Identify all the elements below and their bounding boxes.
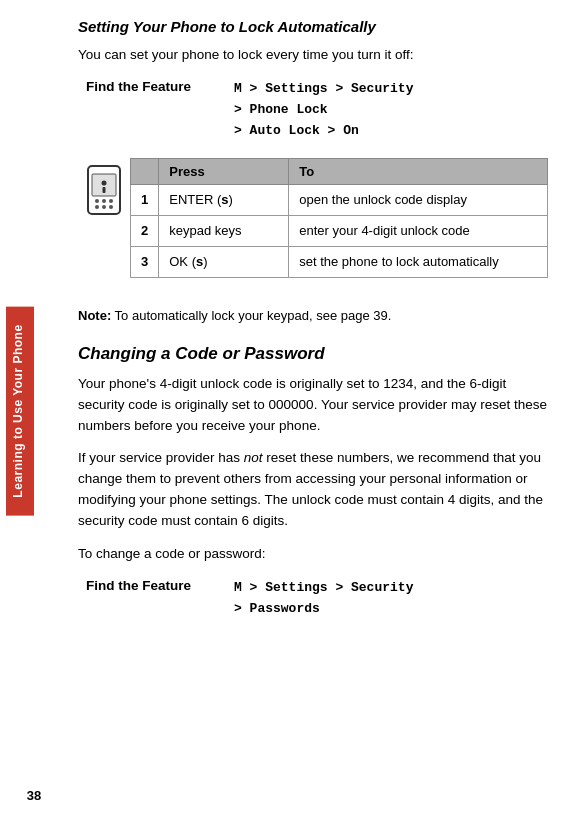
- feature-row-2: Find the Feature M > Settings > Security…: [86, 578, 548, 620]
- step-to-2: enter your 4-digit unlock code: [289, 215, 548, 246]
- step-press-3: OK (s): [159, 247, 289, 278]
- page-number: 38: [27, 788, 41, 803]
- steps-table: Press To 1 ENTER (s) open the unlock cod…: [130, 158, 548, 279]
- table-row: 2 keypad keys enter your 4-digit unlock …: [131, 215, 548, 246]
- feature-path-2: M > Settings > Security > Passwords: [234, 578, 413, 620]
- feature-label-2: Find the Feature: [86, 578, 234, 593]
- step-num-3: 3: [131, 247, 159, 278]
- icon-col: [78, 158, 130, 216]
- feature-path2-line1: M > Settings > Security: [234, 580, 413, 595]
- note-content: To automatically lock your keypad, see p…: [115, 308, 392, 323]
- sidebar-label: Learning to Use Your Phone: [6, 306, 34, 515]
- svg-point-3: [102, 199, 106, 203]
- section2-para2: If your service provider has not reset t…: [78, 448, 548, 532]
- main-content: Setting Your Phone to Lock Automatically…: [68, 0, 570, 821]
- col-num-header: [131, 158, 159, 184]
- step-to-3: set the phone to lock automatically: [289, 247, 548, 278]
- svg-point-5: [95, 205, 99, 209]
- col-press-header: Press: [159, 158, 289, 184]
- step-to-1: open the unlock code display: [289, 184, 548, 215]
- feature-path-line1: M > Settings > Security: [234, 81, 413, 96]
- svg-point-2: [95, 199, 99, 203]
- italic-not: not: [244, 450, 263, 465]
- table-row: 3 OK (s) set the phone to lock automatic…: [131, 247, 548, 278]
- svg-rect-9: [103, 187, 106, 193]
- section1-title: Setting Your Phone to Lock Automatically: [78, 18, 548, 35]
- section1-intro: You can set your phone to lock every tim…: [78, 45, 548, 65]
- svg-point-7: [109, 205, 113, 209]
- to-change-text: To change a code or password:: [78, 544, 548, 564]
- svg-point-6: [102, 205, 106, 209]
- feature-row-1: Find the Feature M > Settings > Security…: [86, 79, 548, 141]
- note-bold: Note:: [78, 308, 111, 323]
- step-press-2: keypad keys: [159, 215, 289, 246]
- step-num-2: 2: [131, 215, 159, 246]
- page-container: Learning to Use Your Phone 38 Setting Yo…: [0, 0, 570, 821]
- feature-path-line3: > Auto Lock > On: [234, 123, 359, 138]
- note-text: Note: To automatically lock your keypad,…: [78, 306, 548, 326]
- feature-path-1: M > Settings > Security > Phone Lock > A…: [234, 79, 413, 141]
- feature-path-line2: > Phone Lock: [234, 102, 328, 117]
- svg-point-4: [109, 199, 113, 203]
- section2-title: Changing a Code or Password: [78, 344, 548, 364]
- table-with-icon: Press To 1 ENTER (s) open the unlock cod…: [78, 158, 548, 295]
- phone-icon: [83, 164, 125, 216]
- svg-point-8: [102, 180, 107, 185]
- step-num-1: 1: [131, 184, 159, 215]
- table-col: Press To 1 ENTER (s) open the unlock cod…: [130, 158, 548, 295]
- feature-label-1: Find the Feature: [86, 79, 234, 94]
- sidebar: Learning to Use Your Phone 38: [0, 0, 68, 821]
- section2-para1: Your phone's 4-digit unlock code is orig…: [78, 374, 548, 437]
- col-to-header: To: [289, 158, 548, 184]
- step-press-1: ENTER (s): [159, 184, 289, 215]
- table-row: 1 ENTER (s) open the unlock code display: [131, 184, 548, 215]
- feature-path2-line2: > Passwords: [234, 601, 320, 616]
